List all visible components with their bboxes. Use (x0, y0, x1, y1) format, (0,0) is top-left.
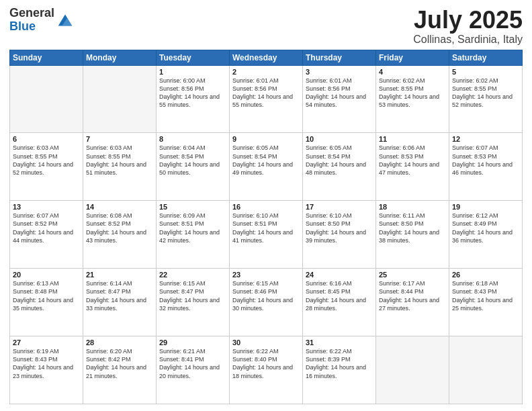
day-number: 23 (232, 271, 300, 279)
day-number: 6 (13, 135, 80, 143)
title-block: July 2025 Collinas, Sardinia, Italy (413, 7, 523, 46)
day-number: 26 (452, 271, 519, 279)
day-info: Sunrise: 6:06 AM Sunset: 8:53 PM Dayligh… (379, 144, 446, 177)
day-info: Sunrise: 6:02 AM Sunset: 8:55 PM Dayligh… (452, 77, 519, 109)
calendar-cell: 30Sunrise: 6:22 AM Sunset: 8:40 PM Dayli… (230, 336, 303, 404)
day-info: Sunrise: 6:04 AM Sunset: 8:54 PM Dayligh… (159, 144, 226, 177)
day-number: 2 (232, 68, 300, 76)
calendar-header-wednesday: Wednesday (230, 50, 303, 65)
calendar-header-thursday: Thursday (303, 50, 376, 65)
day-number: 16 (232, 203, 300, 211)
calendar-cell: 24Sunrise: 6:16 AM Sunset: 8:45 PM Dayli… (303, 269, 376, 336)
day-info: Sunrise: 6:18 AM Sunset: 8:43 PM Dayligh… (452, 279, 519, 312)
calendar-cell: 7Sunrise: 6:03 AM Sunset: 8:55 PM Daylig… (83, 133, 157, 201)
day-number: 7 (86, 135, 153, 143)
day-info: Sunrise: 6:10 AM Sunset: 8:50 PM Dayligh… (306, 212, 373, 244)
calendar-header-tuesday: Tuesday (157, 50, 230, 65)
day-number: 29 (159, 338, 226, 347)
calendar-week-5: 27Sunrise: 6:19 AM Sunset: 8:43 PM Dayli… (10, 336, 523, 404)
day-info: Sunrise: 6:03 AM Sunset: 8:55 PM Dayligh… (86, 144, 153, 177)
calendar-header-row: SundayMondayTuesdayWednesdayThursdayFrid… (10, 50, 523, 65)
calendar-cell: 11Sunrise: 6:06 AM Sunset: 8:53 PM Dayli… (376, 133, 449, 201)
day-info: Sunrise: 6:22 AM Sunset: 8:39 PM Dayligh… (306, 347, 373, 380)
day-number: 12 (452, 135, 519, 143)
calendar-cell: 21Sunrise: 6:14 AM Sunset: 8:47 PM Dayli… (83, 269, 157, 336)
calendar-cell: 27Sunrise: 6:19 AM Sunset: 8:43 PM Dayli… (10, 336, 83, 404)
day-info: Sunrise: 6:07 AM Sunset: 8:53 PM Dayligh… (452, 144, 519, 177)
day-number: 15 (159, 203, 226, 211)
calendar-week-2: 6Sunrise: 6:03 AM Sunset: 8:55 PM Daylig… (10, 133, 523, 201)
day-info: Sunrise: 6:00 AM Sunset: 8:56 PM Dayligh… (159, 77, 226, 109)
day-number: 3 (306, 68, 373, 76)
calendar-cell: 22Sunrise: 6:15 AM Sunset: 8:47 PM Dayli… (157, 269, 230, 336)
day-number: 9 (232, 135, 300, 143)
day-info: Sunrise: 6:20 AM Sunset: 8:42 PM Dayligh… (86, 347, 153, 380)
calendar-table: SundayMondayTuesdayWednesdayThursdayFrid… (9, 50, 523, 404)
calendar-header-saturday: Saturday (449, 50, 523, 65)
calendar-cell: 20Sunrise: 6:13 AM Sunset: 8:48 PM Dayli… (10, 269, 83, 336)
day-number: 10 (306, 135, 373, 143)
day-info: Sunrise: 6:17 AM Sunset: 8:44 PM Dayligh… (379, 279, 446, 312)
calendar-cell: 4Sunrise: 6:02 AM Sunset: 8:55 PM Daylig… (376, 65, 449, 133)
calendar-week-4: 20Sunrise: 6:13 AM Sunset: 8:48 PM Dayli… (10, 269, 523, 336)
day-number: 27 (13, 338, 80, 347)
logo: General Blue (9, 7, 75, 34)
day-info: Sunrise: 6:15 AM Sunset: 8:47 PM Dayligh… (159, 279, 226, 312)
subtitle: Collinas, Sardinia, Italy (413, 34, 523, 46)
day-number: 1 (159, 68, 226, 76)
day-number: 24 (306, 271, 373, 279)
day-number: 17 (306, 203, 373, 211)
calendar-cell: 3Sunrise: 6:01 AM Sunset: 8:56 PM Daylig… (303, 65, 376, 133)
day-info: Sunrise: 6:02 AM Sunset: 8:55 PM Dayligh… (379, 77, 446, 109)
calendar-cell (83, 65, 157, 133)
day-number: 19 (452, 203, 519, 211)
day-info: Sunrise: 6:08 AM Sunset: 8:52 PM Dayligh… (86, 212, 153, 244)
day-number: 5 (452, 68, 519, 76)
header: General Blue July 2025 Collinas, Sardini… (9, 7, 523, 46)
day-number: 18 (379, 203, 446, 211)
calendar-cell: 19Sunrise: 6:12 AM Sunset: 8:49 PM Dayli… (449, 201, 523, 269)
day-info: Sunrise: 6:11 AM Sunset: 8:50 PM Dayligh… (379, 212, 446, 244)
day-info: Sunrise: 6:16 AM Sunset: 8:45 PM Dayligh… (306, 279, 373, 312)
calendar-week-3: 13Sunrise: 6:07 AM Sunset: 8:52 PM Dayli… (10, 201, 523, 269)
calendar-cell (10, 65, 83, 133)
day-info: Sunrise: 6:09 AM Sunset: 8:51 PM Dayligh… (159, 212, 226, 244)
calendar-week-1: 1Sunrise: 6:00 AM Sunset: 8:56 PM Daylig… (10, 65, 523, 133)
calendar-cell: 23Sunrise: 6:15 AM Sunset: 8:46 PM Dayli… (230, 269, 303, 336)
calendar-cell: 15Sunrise: 6:09 AM Sunset: 8:51 PM Dayli… (157, 201, 230, 269)
calendar-header-friday: Friday (376, 50, 449, 65)
calendar-cell: 28Sunrise: 6:20 AM Sunset: 8:42 PM Dayli… (83, 336, 157, 404)
day-info: Sunrise: 6:05 AM Sunset: 8:54 PM Dayligh… (232, 144, 300, 177)
logo-blue: Blue (9, 20, 54, 34)
day-info: Sunrise: 6:22 AM Sunset: 8:40 PM Dayligh… (232, 347, 300, 380)
day-number: 8 (159, 135, 226, 143)
calendar-cell: 12Sunrise: 6:07 AM Sunset: 8:53 PM Dayli… (449, 133, 523, 201)
day-number: 31 (306, 338, 373, 347)
day-info: Sunrise: 6:12 AM Sunset: 8:49 PM Dayligh… (452, 212, 519, 244)
calendar-cell (449, 336, 523, 404)
calendar-cell (376, 336, 449, 404)
calendar-cell: 8Sunrise: 6:04 AM Sunset: 8:54 PM Daylig… (157, 133, 230, 201)
calendar-cell: 31Sunrise: 6:22 AM Sunset: 8:39 PM Dayli… (303, 336, 376, 404)
calendar-cell: 14Sunrise: 6:08 AM Sunset: 8:52 PM Dayli… (83, 201, 157, 269)
calendar-cell: 17Sunrise: 6:10 AM Sunset: 8:50 PM Dayli… (303, 201, 376, 269)
day-info: Sunrise: 6:21 AM Sunset: 8:41 PM Dayligh… (159, 347, 226, 380)
page: General Blue July 2025 Collinas, Sardini… (0, 0, 532, 411)
day-info: Sunrise: 6:14 AM Sunset: 8:47 PM Dayligh… (86, 279, 153, 312)
calendar-cell: 18Sunrise: 6:11 AM Sunset: 8:50 PM Dayli… (376, 201, 449, 269)
day-number: 14 (86, 203, 153, 211)
calendar-cell: 26Sunrise: 6:18 AM Sunset: 8:43 PM Dayli… (449, 269, 523, 336)
day-number: 20 (13, 271, 80, 279)
day-info: Sunrise: 6:05 AM Sunset: 8:54 PM Dayligh… (306, 144, 373, 177)
day-info: Sunrise: 6:10 AM Sunset: 8:51 PM Dayligh… (232, 212, 300, 244)
day-number: 30 (232, 338, 300, 347)
day-info: Sunrise: 6:01 AM Sunset: 8:56 PM Dayligh… (232, 77, 300, 109)
calendar-cell: 2Sunrise: 6:01 AM Sunset: 8:56 PM Daylig… (230, 65, 303, 133)
calendar-cell: 9Sunrise: 6:05 AM Sunset: 8:54 PM Daylig… (230, 133, 303, 201)
day-number: 11 (379, 135, 446, 143)
day-number: 22 (159, 271, 226, 279)
logo-general: General (9, 7, 54, 20)
day-number: 13 (13, 203, 80, 211)
calendar-header-sunday: Sunday (10, 50, 83, 65)
calendar-cell: 13Sunrise: 6:07 AM Sunset: 8:52 PM Dayli… (10, 201, 83, 269)
